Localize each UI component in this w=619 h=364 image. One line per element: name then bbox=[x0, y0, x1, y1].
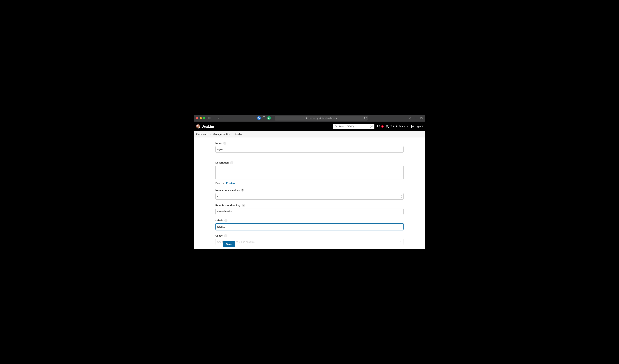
jenkins-header: Jenkins ? 1 Tutu Rulianda log out bbox=[194, 122, 425, 131]
logout-button[interactable]: log out bbox=[411, 125, 423, 128]
lock-icon bbox=[306, 117, 308, 119]
breadcrumb-nodes[interactable]: Nodes bbox=[235, 133, 242, 136]
chevron-down-icon bbox=[407, 125, 409, 127]
description-textarea[interactable] bbox=[215, 166, 404, 180]
logout-icon bbox=[411, 125, 415, 128]
name-label: Name bbox=[215, 142, 222, 144]
url-text: devsecops.tuturulianda.com bbox=[309, 117, 337, 120]
username-text: Tutu Rulianda bbox=[391, 125, 406, 128]
extension-badge-1[interactable]: B+ bbox=[257, 116, 261, 120]
executors-label: Number of executors bbox=[215, 189, 239, 192]
sidebar-toggle-icon[interactable] bbox=[208, 117, 211, 120]
user-icon bbox=[386, 125, 390, 128]
browser-window: B+ G devsecops.tuturulianda.com bbox=[194, 115, 425, 249]
maximize-window-button[interactable] bbox=[203, 117, 205, 119]
save-bar: Save bbox=[194, 239, 425, 249]
breadcrumb-manage-jenkins[interactable]: Manage Jenkins bbox=[213, 133, 231, 136]
help-icon[interactable]: ? bbox=[230, 161, 233, 164]
chevron-right-icon bbox=[232, 133, 234, 135]
alert-shield-icon bbox=[377, 125, 380, 128]
svg-line-7 bbox=[336, 127, 337, 127]
search-box[interactable]: ? bbox=[333, 124, 374, 129]
alert-count-badge: 1 bbox=[381, 125, 384, 128]
number-stepper-icon[interactable]: ▴▾ bbox=[401, 195, 402, 197]
help-icon[interactable]: ? bbox=[242, 204, 245, 207]
minimize-window-button[interactable] bbox=[200, 117, 202, 119]
user-menu[interactable]: Tutu Rulianda bbox=[386, 125, 409, 128]
labels-input[interactable] bbox=[215, 224, 404, 230]
chevron-down-icon[interactable] bbox=[213, 117, 216, 120]
close-window-button[interactable] bbox=[196, 117, 198, 119]
search-help-icon[interactable]: ? bbox=[370, 125, 373, 128]
breadcrumbs: Dashboard Manage Jenkins Nodes bbox=[194, 131, 425, 138]
jenkins-logo-text: Jenkins bbox=[202, 124, 214, 129]
form-group-description: Description ? Plain text Preview bbox=[215, 161, 404, 184]
extension-badge-2[interactable]: G bbox=[267, 116, 271, 120]
alerts-button[interactable]: 1 bbox=[377, 125, 384, 128]
form-group-name: Name ? bbox=[215, 141, 404, 157]
share-icon[interactable] bbox=[409, 117, 412, 120]
form-group-executors: Number of executors ? ▴▾ bbox=[215, 189, 404, 200]
help-icon[interactable]: ? bbox=[241, 189, 244, 192]
content-area: Name ? Description ? Plain text Preview bbox=[194, 138, 425, 249]
jenkins-logo-icon bbox=[196, 124, 200, 128]
name-input[interactable] bbox=[215, 146, 404, 153]
address-bar[interactable]: devsecops.tuturulianda.com bbox=[275, 116, 368, 121]
traffic-lights bbox=[196, 117, 205, 119]
forward-button[interactable] bbox=[222, 117, 225, 120]
save-button[interactable]: Save bbox=[223, 241, 235, 247]
remote-root-label: Remote root directory bbox=[215, 204, 240, 207]
titlebar: B+ G devsecops.tuturulianda.com bbox=[194, 115, 425, 122]
node-form: Name ? Description ? Plain text Preview bbox=[215, 141, 404, 249]
svg-rect-0 bbox=[209, 117, 211, 119]
form-group-labels: Labels ? bbox=[215, 219, 404, 230]
tabs-icon[interactable] bbox=[420, 117, 423, 120]
plain-text-label: Plain text bbox=[215, 182, 225, 184]
breadcrumb-dashboard[interactable]: Dashboard bbox=[196, 133, 208, 136]
labels-label: Labels bbox=[215, 219, 223, 222]
form-group-remote-root: Remote root directory ? bbox=[215, 204, 404, 215]
new-tab-icon[interactable] bbox=[415, 117, 417, 120]
search-input[interactable] bbox=[338, 125, 368, 128]
help-icon[interactable]: ? bbox=[224, 234, 227, 237]
search-icon bbox=[335, 125, 337, 128]
back-button[interactable] bbox=[217, 117, 220, 120]
refresh-icon[interactable] bbox=[364, 117, 366, 120]
executors-input[interactable] bbox=[215, 193, 404, 200]
usage-label: Usage bbox=[215, 234, 223, 237]
svg-point-11 bbox=[387, 126, 388, 126]
preview-link[interactable]: Preview bbox=[226, 182, 235, 184]
logout-text: log out bbox=[416, 125, 423, 128]
jenkins-logo[interactable]: Jenkins bbox=[196, 124, 214, 129]
svg-point-6 bbox=[335, 126, 337, 127]
remote-root-input[interactable] bbox=[215, 208, 404, 215]
help-icon[interactable]: ? bbox=[224, 219, 227, 222]
chevron-right-icon bbox=[210, 133, 211, 135]
shield-icon[interactable] bbox=[262, 116, 266, 120]
svg-rect-5 bbox=[421, 118, 422, 119]
description-label: Description bbox=[215, 161, 229, 164]
chevron-right-icon bbox=[244, 133, 246, 135]
help-icon[interactable]: ? bbox=[223, 141, 226, 145]
